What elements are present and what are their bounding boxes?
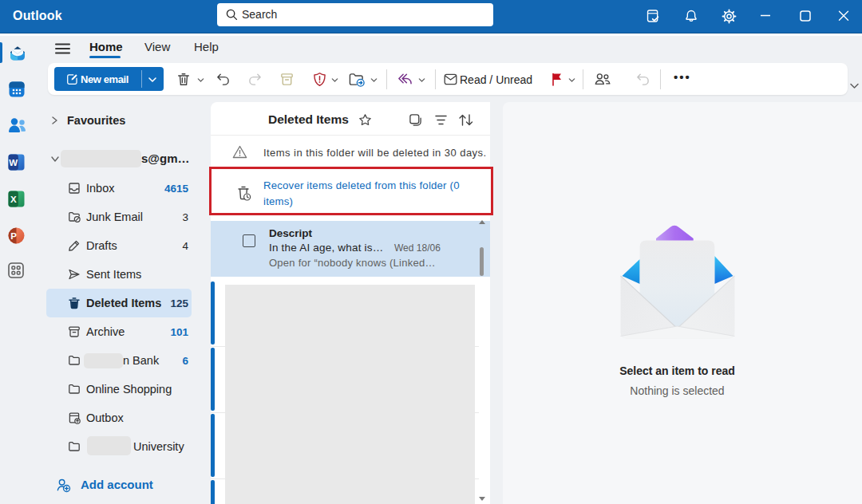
svg-text:X: X bbox=[10, 195, 17, 204]
svg-text:P: P bbox=[10, 231, 17, 241]
svg-text:W: W bbox=[9, 158, 18, 167]
